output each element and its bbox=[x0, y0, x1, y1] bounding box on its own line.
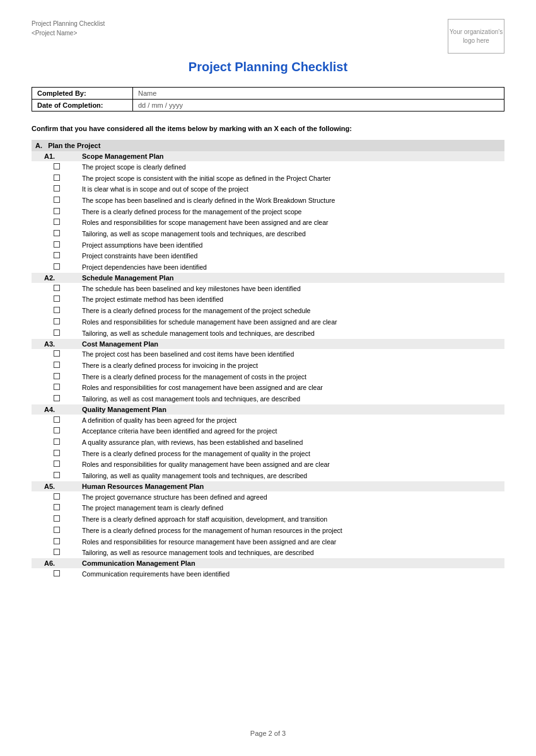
checkbox[interactable] bbox=[54, 438, 60, 445]
checkbox[interactable] bbox=[54, 163, 60, 169]
checkbox-col bbox=[32, 218, 82, 225]
checkbox-col bbox=[32, 329, 82, 336]
checkbox[interactable] bbox=[54, 527, 60, 533]
checklist-item-text: The scope has been baselined and is clea… bbox=[82, 196, 504, 205]
checkbox-col bbox=[32, 515, 82, 522]
checkbox[interactable] bbox=[54, 450, 60, 456]
checklist-item: Tailoring, as well as resource managemen… bbox=[32, 547, 504, 559]
checkbox-col bbox=[32, 207, 82, 214]
checkbox-col bbox=[32, 284, 82, 291]
checklist-item-text: Project assumptions have been identified bbox=[82, 241, 504, 250]
checkbox[interactable] bbox=[54, 350, 60, 357]
checklist-item-text: Project dependencies have been identifie… bbox=[82, 263, 504, 272]
checkbox[interactable] bbox=[54, 185, 60, 192]
checkbox-col bbox=[32, 163, 82, 169]
subsection-header-A1: A1.Scope Management Plan bbox=[32, 151, 504, 161]
checkbox-col bbox=[32, 449, 82, 456]
checkbox-col bbox=[32, 350, 82, 357]
logo-text: Your organization's logo here bbox=[448, 28, 504, 45]
subsection-num: A6. bbox=[32, 559, 82, 567]
doc-header: Project Planning Checklist <Project Name… bbox=[32, 19, 504, 54]
checkbox-col bbox=[32, 306, 82, 313]
checklist-item-text: Tailoring, as well as cost management to… bbox=[82, 394, 504, 404]
checkbox[interactable] bbox=[54, 230, 60, 236]
subsection-header-A4: A4.Quality Management Plan bbox=[32, 404, 504, 415]
subsection-header-A2: A2.Schedule Management Plan bbox=[32, 273, 504, 283]
checkbox[interactable] bbox=[54, 504, 60, 510]
checkbox[interactable] bbox=[54, 208, 60, 214]
checkbox-col bbox=[32, 174, 82, 181]
checkbox[interactable] bbox=[54, 329, 60, 336]
checkbox[interactable] bbox=[54, 263, 60, 270]
checkbox[interactable] bbox=[54, 493, 60, 500]
checkbox-col bbox=[32, 493, 82, 500]
checklist-item-text: Roles and responsibilities for resource … bbox=[82, 537, 504, 547]
checkbox-col bbox=[32, 185, 82, 192]
checklist-item: The project estimate method has been ide… bbox=[32, 294, 504, 306]
checklist-item-text: There is a clearly defined approach for … bbox=[82, 515, 504, 524]
checkbox[interactable] bbox=[54, 515, 60, 522]
subsection-num: A3. bbox=[32, 340, 82, 348]
instruction-text: Confirm that you have considered all the… bbox=[32, 124, 504, 134]
checklist-item: Roles and responsibilities for resource … bbox=[32, 536, 504, 547]
checklist-item-text: Roles and responsibilities for quality m… bbox=[82, 460, 504, 469]
info-label: Completed By: bbox=[32, 88, 133, 100]
checkbox[interactable] bbox=[54, 472, 60, 478]
checklist-item: There is a clearly defined process for t… bbox=[32, 448, 504, 459]
checkbox[interactable] bbox=[54, 373, 60, 379]
checklist-item-text: Tailoring, as well as quality management… bbox=[82, 471, 504, 481]
checkbox[interactable] bbox=[54, 318, 60, 324]
checklist-item: There is a clearly defined process for t… bbox=[32, 525, 504, 536]
checkbox-col bbox=[32, 361, 82, 368]
doc-header-left: Project Planning Checklist <Project Name… bbox=[32, 19, 105, 38]
checklist-item-text: There is a clearly defined process for t… bbox=[82, 207, 504, 217]
checkbox[interactable] bbox=[54, 395, 60, 401]
checkbox[interactable] bbox=[54, 461, 60, 467]
subsection-title: Schedule Management Plan bbox=[82, 274, 173, 282]
checkbox-col bbox=[32, 196, 82, 203]
checkbox[interactable] bbox=[54, 197, 60, 203]
subsection-header-A5: A5.Human Resources Management Plan bbox=[32, 481, 504, 491]
checkbox[interactable] bbox=[54, 362, 60, 368]
checkbox[interactable] bbox=[54, 241, 60, 248]
checkbox[interactable] bbox=[54, 252, 60, 258]
checkbox[interactable] bbox=[54, 295, 60, 302]
checklist-item-text: There is a clearly defined process for i… bbox=[82, 361, 504, 370]
checklist-item: There is a clearly defined approach for … bbox=[32, 514, 504, 525]
checkbox[interactable] bbox=[54, 416, 60, 423]
subsection-header-A6: A6.Communication Management Plan bbox=[32, 558, 504, 568]
subsection-header-A3: A3.Cost Management Plan bbox=[32, 339, 504, 349]
checklist-item: Tailoring, as well as schedule managemen… bbox=[32, 328, 504, 339]
checkbox-col bbox=[32, 471, 82, 478]
checklist-item: A definition of quality has been agreed … bbox=[32, 415, 504, 426]
checklist-item: Roles and responsibilities for schedule … bbox=[32, 316, 504, 328]
checkbox[interactable] bbox=[54, 538, 60, 544]
checklist-item: Roles and responsibilities for scope man… bbox=[32, 217, 504, 229]
checkbox[interactable] bbox=[54, 219, 60, 225]
checkbox[interactable] bbox=[54, 307, 60, 313]
checkbox[interactable] bbox=[54, 175, 60, 181]
checklist-item-text: The schedule has been baselined and key … bbox=[82, 284, 504, 294]
info-row: Completed By:Name bbox=[32, 88, 504, 100]
subsection-num: A2. bbox=[32, 274, 82, 282]
checklist-item: Project constraints have been identified bbox=[32, 251, 504, 262]
checklist-item: The project governance structure has bee… bbox=[32, 491, 504, 503]
checkbox-col bbox=[32, 548, 82, 555]
section-a: A. Plan the Project A1.Scope Management … bbox=[32, 140, 504, 580]
checkbox[interactable] bbox=[54, 285, 60, 291]
checklist-item: Acceptance criteria have been identified… bbox=[32, 426, 504, 437]
subsection-num: A5. bbox=[32, 483, 82, 490]
info-table: Completed By:NameDate of Completion:dd /… bbox=[32, 87, 504, 112]
checkbox[interactable] bbox=[54, 549, 60, 555]
checkbox-col bbox=[32, 229, 82, 236]
checkbox-col bbox=[32, 570, 82, 576]
subsection-title: Quality Management Plan bbox=[82, 406, 166, 413]
checkbox[interactable] bbox=[54, 570, 60, 576]
checklist-item: It is clear what is in scope and out of … bbox=[32, 184, 504, 195]
checklist-item: There is a clearly defined process for t… bbox=[32, 306, 504, 317]
checkbox[interactable] bbox=[54, 427, 60, 433]
checkbox-col bbox=[32, 460, 82, 467]
checkbox[interactable] bbox=[54, 384, 60, 390]
subsection-title: Scope Management Plan bbox=[82, 152, 164, 160]
checkbox-col bbox=[32, 318, 82, 324]
